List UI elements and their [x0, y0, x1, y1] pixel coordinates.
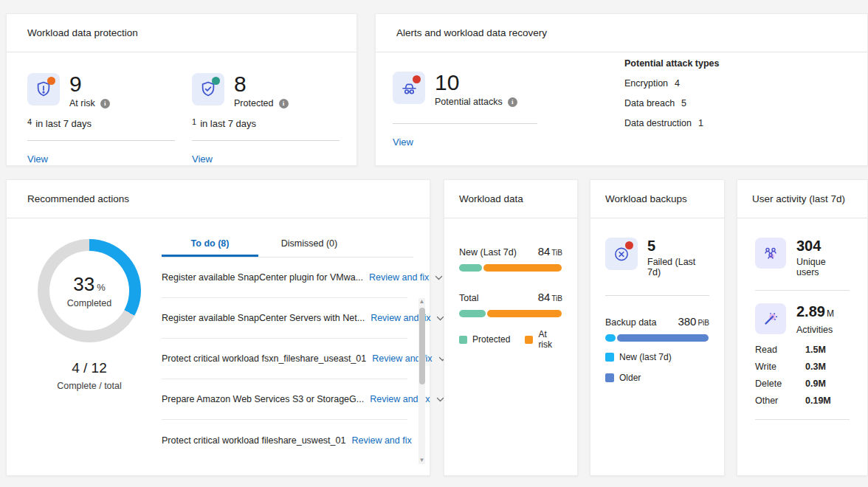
- bar-label: Backup data: [605, 317, 657, 328]
- at-risk-sub: 4in last 7 days: [27, 117, 176, 129]
- at-risk-view-link[interactable]: View: [27, 153, 48, 165]
- failed-badge-dot: [625, 241, 633, 249]
- alerts-recovery-card: Alerts and workload data recovery 10: [375, 13, 868, 166]
- user-activity-body: 304 Unique users 2.89M Activities: [737, 218, 867, 420]
- potential-attacks-count: 10: [435, 72, 517, 94]
- action-list: Register available SnapCenter plugin for…: [162, 258, 407, 460]
- donut-caption: Completed: [67, 298, 111, 308]
- legend-new: New (last 7d): [605, 352, 709, 362]
- divider: [755, 419, 850, 420]
- backup-data-stacked-bar: [605, 334, 709, 342]
- review-and-fix-link[interactable]: Review and fix: [369, 272, 429, 283]
- tab-todo[interactable]: To do (8): [162, 231, 258, 257]
- alert-badge-dot: [47, 77, 55, 85]
- activity-row: Delete 0.9M: [755, 379, 850, 389]
- backup-failed-icon: [605, 238, 638, 270]
- activities-stat: 2.89M Activities: [755, 303, 850, 335]
- info-icon[interactable]: i: [279, 99, 289, 108]
- scroll-up-arrow[interactable]: ▲: [418, 298, 425, 305]
- unique-users-count: 304: [796, 238, 850, 254]
- scroll-down-arrow[interactable]: ▼: [418, 457, 425, 464]
- ratio-caption: Complete / total: [26, 381, 153, 391]
- protected-badge-dot: [212, 77, 220, 85]
- bar-value: 84TiB: [538, 291, 562, 303]
- workload-data-card: Workload data New (Last 7d) 84TiB Total …: [444, 179, 578, 476]
- action-list-item: Register available SnapCenter Servers wi…: [162, 298, 407, 339]
- at-risk-count: 9: [69, 73, 110, 95]
- activity-row: Read 1.5M: [755, 345, 850, 355]
- activities-count: 2.89M: [796, 303, 834, 322]
- potential-attack-types: Potential attack types Encryption4 Data …: [624, 58, 720, 128]
- divider: [755, 290, 850, 291]
- protected-sub: 1in last 7 days: [192, 117, 340, 129]
- at-risk-segment: [487, 310, 562, 317]
- failed-backups-stat: 5 Failed (Last 7d): [605, 238, 709, 277]
- protected-legend-swatch: [459, 336, 467, 344]
- activity-row: Write 0.3M: [755, 362, 850, 372]
- bar-label: Total: [459, 293, 478, 303]
- bar-label: New (Last 7d): [459, 247, 517, 258]
- backup-data-bar-group: Backup data 380PiB: [605, 315, 709, 342]
- recommended-actions-card: Recommended actions 33% Completed 4 / 12…: [6, 179, 430, 476]
- protected-view-link[interactable]: View: [192, 153, 213, 165]
- protection-body: 9 At risk i 4in last 7 days View: [7, 52, 356, 165]
- alerts-body: 10 Potential attacks i View Potential at…: [376, 52, 867, 166]
- attack-badge-dot: [413, 75, 421, 83]
- scrollbar-thumb[interactable]: [419, 308, 425, 384]
- protected-segment: [459, 310, 486, 317]
- action-list-item: Prepare Amazon Web Services S3 or Storag…: [162, 379, 407, 420]
- divider: [605, 295, 709, 296]
- card-title: Workload backups: [590, 180, 724, 218]
- attack-types-title: Potential attack types: [624, 58, 720, 69]
- chevron-down-icon[interactable]: [434, 273, 444, 283]
- failed-label: Failed (Last 7d): [647, 257, 709, 277]
- action-text: Prepare Amazon Web Services S3 or Storag…: [162, 394, 364, 404]
- backup-legend: New (last 7d) Older: [605, 352, 709, 383]
- info-icon[interactable]: i: [508, 97, 517, 107]
- total-data-bar-group: Total 84TiB: [459, 291, 562, 317]
- workload-data-protection-card: Workload data protection 9 At risk i: [6, 13, 357, 166]
- completion-donut-section: 33% Completed 4 / 12 Complete / total: [26, 239, 153, 391]
- attacks-view-link[interactable]: View: [393, 137, 413, 148]
- review-and-fix-link[interactable]: Review and fix: [351, 435, 411, 446]
- activity-row: Other 0.19M: [755, 396, 850, 406]
- older-legend-swatch: [605, 373, 614, 382]
- action-list-item: Register available SnapCenter plugin for…: [162, 258, 407, 298]
- action-text: Register available SnapCenter plugin for…: [162, 272, 363, 283]
- protected-stat: 8 Protected i 1in last 7 days View: [192, 73, 340, 165]
- action-list-scrollbar[interactable]: ▲ ▼: [418, 298, 425, 464]
- action-list-item: Protect critical workload fsxn_fileshare…: [162, 339, 407, 379]
- spy-icon: [393, 72, 425, 104]
- legend-at-risk: At risk: [525, 329, 562, 350]
- info-icon[interactable]: i: [100, 99, 110, 108]
- failed-count: 5: [647, 238, 709, 254]
- unique-users-stat: 304 Unique users: [755, 238, 850, 277]
- tab-dismissed[interactable]: Dismissed (0): [258, 231, 360, 257]
- card-title: Workload data: [444, 180, 577, 218]
- new-data-stacked-bar: [459, 264, 562, 272]
- card-title: Alerts and workload data recovery: [376, 14, 867, 52]
- divider: [192, 140, 340, 141]
- divider: [27, 140, 175, 141]
- action-text: Protect critical workload fsxn_fileshare…: [162, 353, 366, 364]
- action-list-item: Protect critical workload fileshare_uswe…: [162, 420, 407, 460]
- action-text: Register available SnapCenter Servers wi…: [162, 313, 365, 323]
- total-data-stacked-bar: [459, 310, 562, 317]
- at-risk-stat: 9 At risk i 4in last 7 days View: [27, 73, 176, 165]
- attack-type-row: Data destruction1: [624, 118, 720, 128]
- protected-label: Protected: [234, 98, 274, 108]
- protected-count: 8: [234, 73, 289, 95]
- magic-wand-icon: [755, 303, 786, 334]
- donut-percent: 33: [73, 273, 94, 295]
- unique-users-label: Unique users: [796, 257, 850, 277]
- activities-label: Activities: [796, 325, 834, 335]
- divider: [393, 123, 537, 124]
- complete-total-ratio: 4 / 12: [26, 360, 153, 376]
- users-icon: [755, 238, 786, 269]
- user-activity-card: User activity (last 7d) 304 Unique users: [737, 179, 868, 476]
- potential-attacks-stat: 10 Potential attacks i View: [393, 72, 585, 148]
- legend-protected: Protected: [459, 329, 510, 350]
- new-segment: [605, 334, 616, 342]
- completion-donut-chart: 33% Completed: [38, 239, 141, 342]
- workload-backups-body: 5 Failed (Last 7d) Backup data 380PiB Ne…: [590, 218, 724, 383]
